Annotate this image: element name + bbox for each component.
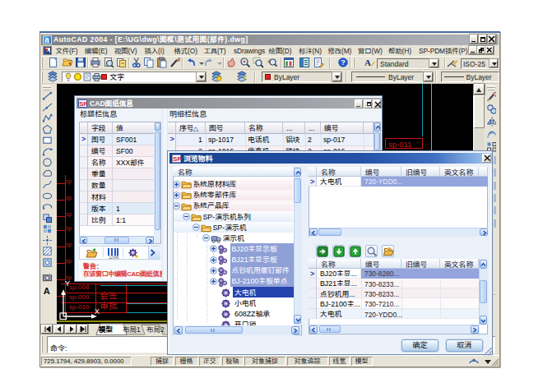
svg-text:12345: 12345	[109, 255, 119, 259]
svg-text:Y: Y	[65, 279, 70, 288]
svg-text:A: A	[44, 286, 50, 296]
svg-text:X: X	[95, 307, 100, 316]
svg-text:A: A	[364, 58, 371, 67]
svg-text:?: ?	[341, 58, 346, 67]
